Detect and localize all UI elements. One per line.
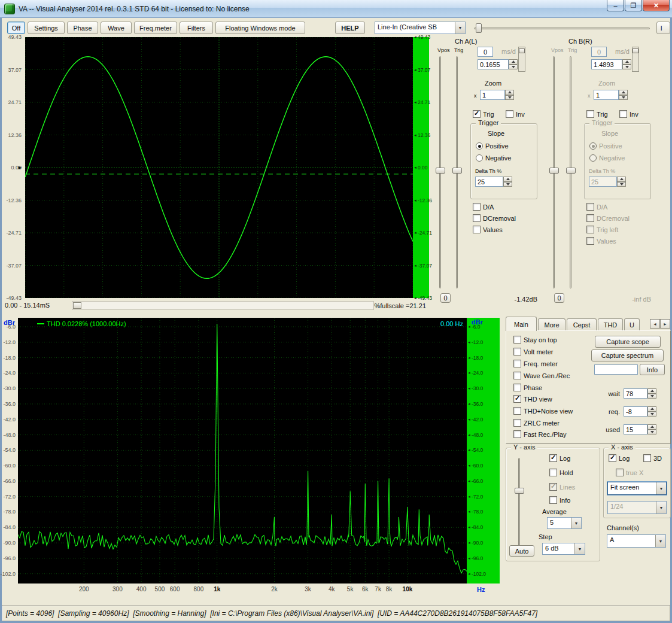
- slider-thumb[interactable]: [566, 168, 576, 174]
- channel-b-trig-slider[interactable]: [566, 55, 576, 290]
- capture-scope-button[interactable]: Capture scope: [595, 336, 661, 348]
- stay-on-top-checkbox[interactable]: Stay on top: [513, 336, 557, 344]
- dropdown-arrow-icon[interactable]: [455, 22, 465, 34]
- y-hold-checkbox[interactable]: Hold: [549, 469, 573, 476]
- freq-meter-checkbox[interactable]: Freq. meter: [513, 360, 558, 367]
- channel-a-zero-button[interactable]: 0: [440, 293, 451, 303]
- x-3d-checkbox[interactable]: 3D: [643, 454, 662, 462]
- channel-b-timediv-field[interactable]: 1.4893: [591, 59, 622, 69]
- slider-thumb[interactable]: [436, 168, 445, 174]
- x-log-checkbox[interactable]: Log: [609, 454, 630, 462]
- tab-u-clipped[interactable]: U: [624, 318, 640, 331]
- channel-b-msd-value[interactable]: 0: [591, 47, 607, 57]
- help-button[interactable]: HELP: [335, 22, 365, 34]
- zrlc-meter-checkbox[interactable]: ZRLC meter: [513, 419, 560, 427]
- channel-a-trig-slider[interactable]: [452, 55, 462, 290]
- thd-view-checkbox[interactable]: THD view: [513, 395, 552, 403]
- wave-gen-checkbox[interactable]: Wave Gen./Rec: [513, 372, 570, 379]
- channel-b-zero-button[interactable]: 0: [554, 293, 564, 303]
- input-device-select[interactable]: Line-In (Creative SB: [375, 22, 466, 34]
- slope-positive-radio[interactable]: Positive: [476, 142, 509, 150]
- slider-thumb[interactable]: [633, 48, 638, 53]
- channel-a-msd-value[interactable]: 0: [478, 47, 493, 57]
- channel-b-values-checkbox[interactable]: Values: [586, 237, 616, 245]
- info-button[interactable]: Info: [640, 364, 665, 375]
- tab-more[interactable]: More: [538, 318, 565, 331]
- used-spinner[interactable]: [647, 424, 656, 434]
- settings-button[interactable]: Settings: [28, 22, 65, 34]
- dropdown-arrow-icon[interactable]: [655, 535, 665, 547]
- tab-main[interactable]: Main: [506, 317, 537, 331]
- channel-b-zoom-spinner[interactable]: [619, 90, 628, 100]
- fit-screen-select[interactable]: Fit screen: [607, 482, 667, 495]
- slider-thumb[interactable]: [515, 488, 524, 494]
- channel-b-zoom-field[interactable]: 1: [594, 90, 619, 100]
- channel-a-vpos-slider[interactable]: [436, 55, 445, 290]
- partial-toolbar-button[interactable]: l: [656, 22, 670, 34]
- freq-meter-button[interactable]: Freq.meter: [134, 22, 177, 34]
- req-spinner[interactable]: [647, 406, 656, 417]
- channel-a-dcremoval-checkbox[interactable]: DCremoval: [473, 214, 516, 222]
- phase-button[interactable]: Phase: [67, 22, 98, 34]
- channel-select[interactable]: A: [607, 534, 666, 548]
- y-axis-slider[interactable]: [515, 457, 524, 548]
- slider-thumb[interactable]: [519, 48, 525, 53]
- dropdown-arrow-icon[interactable]: [574, 543, 585, 554]
- fast-rec-play-checkbox[interactable]: Fast Rec./Play: [513, 430, 567, 438]
- channel-b-vpos-slider[interactable]: [549, 55, 559, 290]
- slider-track[interactable]: [474, 28, 650, 29]
- channel-a-zoom-field[interactable]: 1: [480, 90, 505, 100]
- wave-button[interactable]: Wave: [101, 22, 132, 34]
- slider-thumb[interactable]: [549, 168, 559, 174]
- wait-spinner[interactable]: [647, 388, 656, 399]
- channel-b-trig-left-checkbox[interactable]: Trig left: [586, 226, 618, 233]
- floating-windows-button[interactable]: Floating Windows mode: [215, 22, 305, 34]
- channel-b-timediv-spinner[interactable]: [622, 59, 631, 69]
- title-bar[interactable]: VA -- Visual Analyser 2014 rel. 0.3.1 ST…: [0, 0, 672, 18]
- channel-b-msd-slider[interactable]: [632, 47, 639, 72]
- channel-a-timediv-field[interactable]: 0.1655: [478, 59, 509, 69]
- average-select[interactable]: 5: [547, 517, 582, 529]
- maximize-button[interactable]: ❐: [625, 0, 642, 11]
- volt-meter-checkbox[interactable]: Volt meter: [513, 348, 554, 355]
- step-select[interactable]: 6 dB: [542, 543, 585, 555]
- wait-field[interactable]: 78: [624, 388, 647, 399]
- scope-h-scrollbar[interactable]: [72, 301, 374, 310]
- minimize-button[interactable]: –: [607, 0, 624, 11]
- channel-a-msd-slider[interactable]: [518, 47, 525, 72]
- channel-a-inv-checkbox[interactable]: Inv: [506, 110, 525, 118]
- channel-b-da-checkbox[interactable]: D/A: [586, 203, 607, 211]
- slider-thumb[interactable]: [476, 23, 482, 33]
- channel-b-inv-checkbox[interactable]: Inv: [619, 110, 638, 118]
- channel-a-values-checkbox[interactable]: Values: [473, 226, 503, 233]
- req-field[interactable]: -8: [624, 406, 647, 417]
- dropdown-arrow-icon[interactable]: [571, 518, 581, 528]
- channel-a-trig-checkbox[interactable]: Trig: [473, 110, 494, 118]
- delta-th-spinner[interactable]: [503, 177, 512, 187]
- tab-cepst[interactable]: Cepst: [567, 318, 597, 331]
- y-info-checkbox[interactable]: Info: [549, 496, 570, 504]
- tab-thd[interactable]: THD: [598, 318, 623, 331]
- delta-th-field[interactable]: 25: [475, 177, 503, 187]
- thd-noise-view-checkbox[interactable]: THD+Noise view: [513, 407, 573, 415]
- toolbar-slider[interactable]: [474, 23, 650, 34]
- channel-b-trig-checkbox[interactable]: Trig: [586, 110, 608, 118]
- tab-scroll-left-button[interactable]: [650, 319, 660, 329]
- close-button[interactable]: ✕: [643, 0, 670, 11]
- capture-spectrum-button[interactable]: Capture spectrum: [591, 350, 664, 361]
- dropdown-arrow-icon[interactable]: [656, 482, 666, 494]
- channel-a-da-checkbox[interactable]: D/A: [473, 203, 494, 211]
- channel-b-dcremoval-checkbox[interactable]: DCremoval: [586, 214, 630, 222]
- tab-scroll-right-button[interactable]: [660, 319, 670, 329]
- slider-thumb[interactable]: [452, 168, 462, 174]
- phase-checkbox[interactable]: Phase: [513, 384, 542, 391]
- channel-a-timediv-spinner[interactable]: [509, 59, 518, 69]
- y-log-checkbox[interactable]: Log: [549, 454, 570, 462]
- auto-button[interactable]: Auto: [509, 545, 534, 557]
- filters-button[interactable]: Filters: [180, 22, 213, 34]
- slope-negative-radio[interactable]: Negative: [476, 154, 511, 162]
- channel-a-zoom-spinner[interactable]: [505, 90, 514, 100]
- scope-scroll-thumb[interactable]: [73, 302, 81, 309]
- off-button[interactable]: Off: [7, 22, 25, 34]
- used-field[interactable]: 15: [624, 424, 647, 434]
